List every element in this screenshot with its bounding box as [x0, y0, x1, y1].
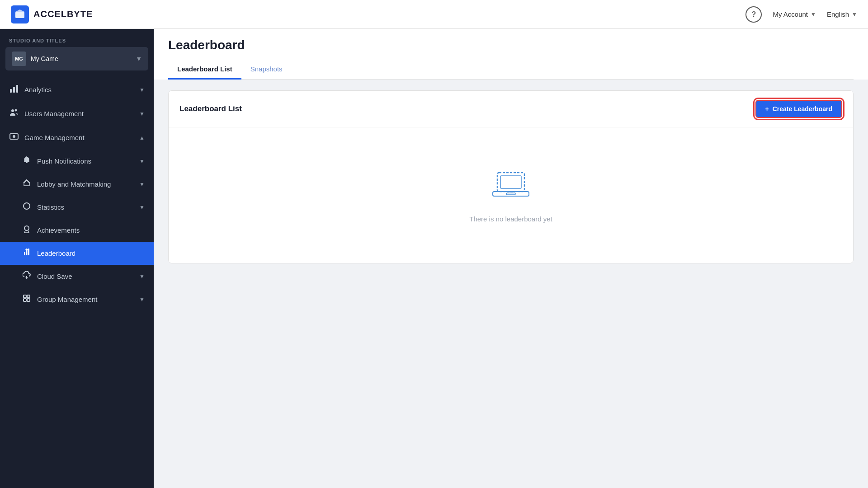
- studio-chevron-icon: ▼: [136, 55, 142, 62]
- sidebar-item-lobby-matchmaking[interactable]: Lobby and Matchmaking ▼: [0, 173, 154, 196]
- svg-rect-20: [27, 299, 30, 301]
- sidebar-item-game-management[interactable]: Game Management ▲: [0, 126, 154, 150]
- cloud-save-chevron-icon: ▼: [139, 273, 145, 280]
- svg-point-12: [24, 226, 29, 230]
- sidebar-item-cloud-save[interactable]: Cloud Save ▼: [0, 265, 154, 288]
- header: ACCELBYTE ? My Account ▼ English ▼: [0, 0, 868, 29]
- leaderboard-icon: [22, 248, 32, 258]
- group-management-chevron-icon: ▼: [139, 296, 145, 303]
- card-header: Leaderboard List + Create Leaderboard: [169, 91, 853, 127]
- create-leaderboard-button[interactable]: + Create Leaderboard: [755, 100, 842, 118]
- language-dropdown[interactable]: English ▼: [827, 10, 857, 18]
- svg-rect-13: [24, 252, 25, 255]
- svg-rect-18: [27, 295, 30, 298]
- logo-area: ACCELBYTE: [11, 5, 745, 23]
- content-area: Leaderboard List + Create Leaderboard: [154, 80, 868, 488]
- sidebar-item-group-management[interactable]: Group Management ▼: [0, 288, 154, 311]
- tab-leaderboard-list-label: Leaderboard List: [177, 65, 232, 73]
- lobby-icon: [22, 179, 32, 189]
- statistics-chevron-icon: ▼: [139, 204, 145, 211]
- empty-state-icon: [491, 168, 531, 206]
- tab-snapshots-label: Snapshots: [250, 65, 283, 73]
- layout: STUDIO AND TITLES MG My Game ▼ Analytics…: [0, 29, 868, 488]
- svg-rect-22: [500, 176, 521, 188]
- sidebar-item-push-notifications[interactable]: Push Notifications ▼: [0, 150, 154, 173]
- studio-name: My Game: [31, 55, 131, 62]
- leaderboard-card: Leaderboard List + Create Leaderboard: [168, 90, 854, 263]
- statistics-icon: [22, 202, 32, 212]
- svg-rect-19: [24, 299, 26, 301]
- group-management-label: Group Management: [37, 296, 134, 303]
- analytics-chevron-icon: ▼: [139, 87, 145, 93]
- help-button[interactable]: ?: [745, 6, 762, 23]
- tab-leaderboard-list[interactable]: Leaderboard List: [168, 60, 241, 80]
- push-notifications-icon: [22, 156, 32, 166]
- logo-text: ACCELBYTE: [33, 9, 93, 19]
- my-account-label: My Account: [773, 10, 808, 18]
- studio-selector[interactable]: MG My Game ▼: [5, 47, 148, 70]
- svg-rect-3: [13, 87, 15, 93]
- main-content: Leaderboard Leaderboard List Snapshots L…: [154, 29, 868, 488]
- svg-rect-14: [26, 250, 28, 255]
- users-icon: [9, 108, 19, 119]
- cloud-save-icon: [22, 271, 32, 282]
- game-management-icon: [9, 132, 19, 143]
- svg-rect-23: [493, 192, 529, 196]
- tab-snapshots[interactable]: Snapshots: [241, 60, 292, 80]
- my-account-dropdown[interactable]: My Account ▼: [773, 10, 816, 18]
- help-icon: ?: [752, 10, 756, 19]
- page-title: Leaderboard: [168, 38, 854, 52]
- svg-marker-1: [15, 9, 24, 12]
- achievements-icon: [22, 225, 32, 235]
- push-notifications-chevron-icon: ▼: [139, 158, 145, 164]
- sidebar-item-analytics[interactable]: Analytics ▼: [0, 78, 154, 102]
- language-label: English: [827, 10, 849, 18]
- page-header: Leaderboard Leaderboard List Snapshots: [154, 29, 868, 80]
- card-body-empty: There is no leaderboard yet: [169, 127, 853, 263]
- sidebar-item-leaderboard[interactable]: Leaderboard: [0, 242, 154, 265]
- svg-rect-0: [15, 12, 24, 18]
- leaderboard-label: Leaderboard: [37, 249, 145, 257]
- users-chevron-icon: ▼: [139, 111, 145, 117]
- sidebar-item-achievements[interactable]: Achievements: [0, 219, 154, 242]
- lobby-chevron-icon: ▼: [139, 181, 145, 188]
- users-management-label: Users Management: [24, 110, 134, 117]
- studio-badge: MG: [12, 52, 26, 66]
- game-management-label: Game Management: [24, 134, 134, 141]
- create-btn-label: Create Leaderboard: [773, 105, 832, 113]
- analytics-label: Analytics: [24, 86, 134, 94]
- language-chevron-icon: ▼: [852, 11, 857, 18]
- svg-point-8: [13, 135, 15, 138]
- card-title: Leaderboard List: [179, 104, 755, 113]
- empty-text: There is no leaderboard yet: [469, 215, 552, 223]
- logo-icon: [11, 5, 29, 23]
- tabs: Leaderboard List Snapshots: [168, 60, 854, 80]
- sidebar-section-label: STUDIO AND TITLES: [0, 29, 154, 47]
- lobby-label: Lobby and Matchmaking: [37, 180, 134, 188]
- cloud-save-label: Cloud Save: [37, 272, 134, 280]
- header-right: ? My Account ▼ English ▼: [745, 6, 857, 23]
- sidebar-item-users-management[interactable]: Users Management ▼: [0, 102, 154, 126]
- create-btn-plus-icon: +: [765, 105, 769, 113]
- sidebar: STUDIO AND TITLES MG My Game ▼ Analytics…: [0, 29, 154, 488]
- statistics-label: Statistics: [37, 203, 134, 211]
- svg-rect-4: [16, 85, 18, 93]
- svg-rect-24: [506, 193, 515, 195]
- group-management-icon: [22, 294, 32, 305]
- account-chevron-icon: ▼: [811, 11, 816, 18]
- push-notifications-label: Push Notifications: [37, 157, 134, 165]
- svg-rect-2: [10, 89, 12, 93]
- analytics-icon: [9, 84, 19, 95]
- sidebar-item-statistics[interactable]: Statistics ▼: [0, 196, 154, 219]
- svg-rect-15: [28, 249, 29, 255]
- svg-rect-17: [24, 295, 26, 298]
- svg-point-6: [15, 109, 17, 112]
- achievements-label: Achievements: [37, 226, 145, 234]
- svg-point-5: [11, 109, 14, 112]
- game-management-chevron-icon: ▲: [139, 135, 145, 141]
